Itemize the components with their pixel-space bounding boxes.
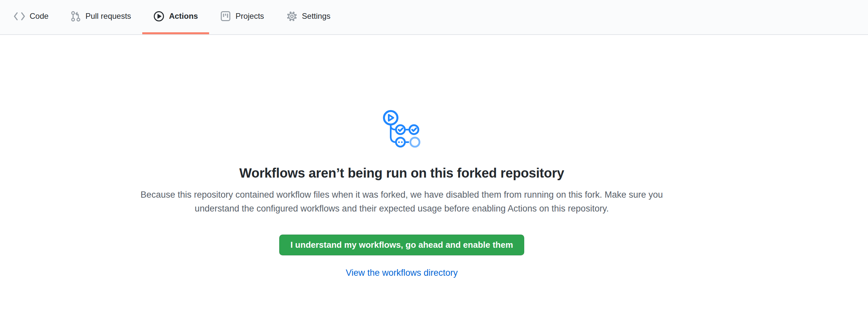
tab-label: Actions (169, 12, 198, 20)
tab-label: Code (30, 12, 49, 20)
tab-label: Settings (302, 12, 331, 20)
gear-icon (286, 11, 297, 22)
tab-code[interactable]: Code (3, 0, 60, 34)
blankslate-description: Because this repository contained workfl… (136, 188, 668, 215)
actions-workflow-icon (383, 110, 421, 149)
repo-tab-bar: Code Pull requests (0, 0, 868, 35)
code-icon (14, 12, 25, 21)
actions-blankslate: Workflows aren’t being run on this forke… (0, 35, 868, 278)
tab-actions[interactable]: Actions (142, 0, 209, 34)
project-icon (220, 11, 231, 22)
tab-pull-requests[interactable]: Pull requests (60, 0, 142, 34)
git-pull-request-icon (71, 11, 81, 22)
blankslate-title: Workflows aren’t being run on this forke… (0, 166, 803, 181)
tab-projects[interactable]: Projects (209, 0, 275, 34)
view-workflows-directory-link[interactable]: View the workflows directory (346, 268, 458, 278)
enable-workflows-button[interactable]: I understand my workflows, go ahead and … (279, 235, 524, 255)
play-icon (153, 11, 164, 22)
tab-settings[interactable]: Settings (275, 0, 342, 34)
tab-label: Pull requests (85, 12, 131, 20)
tab-label: Projects (236, 12, 264, 20)
repo-nav: Code Pull requests (3, 0, 342, 34)
